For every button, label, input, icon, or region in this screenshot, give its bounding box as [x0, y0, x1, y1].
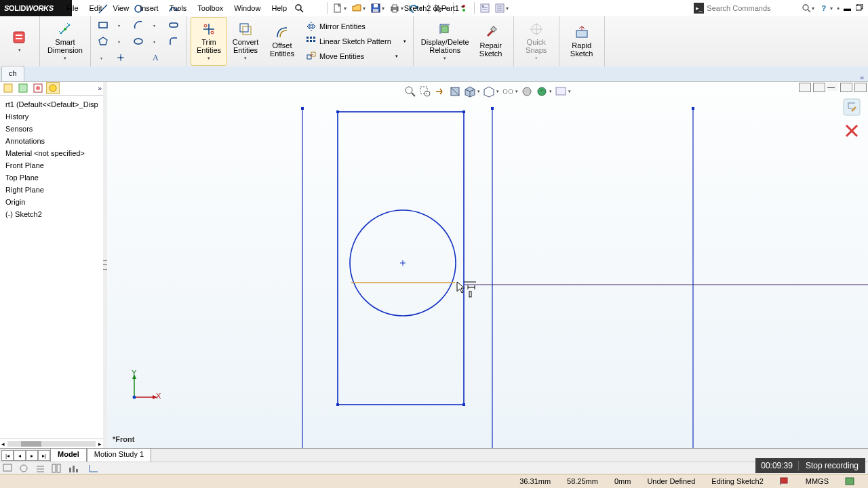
text-tool[interactable]: A	[148, 50, 164, 65]
dropdown-icon[interactable]: ▾	[830, 5, 833, 12]
dropdown-icon[interactable]: ▾	[506, 5, 509, 12]
tool-icon[interactable]	[35, 464, 46, 473]
tool-icon[interactable]	[52, 464, 62, 473]
tree-origin[interactable]: Origin	[1, 196, 102, 208]
svg-rect-63	[19, 84, 27, 92]
repair-sketch-button[interactable]: Repair Sketch	[473, 17, 509, 66]
point-tool[interactable]	[113, 50, 129, 65]
svg-marker-31	[99, 37, 107, 45]
search-icon[interactable]	[802, 3, 810, 13]
offset-entities-button[interactable]: Offset Entities	[264, 17, 300, 66]
tab-first-icon[interactable]: |◂	[1, 450, 14, 461]
dropdown-icon[interactable]: ▾	[64, 56, 66, 61]
tree-root[interactable]: rt1 (Default<<Default>_Disp	[1, 98, 102, 110]
tool-icon[interactable]	[19, 464, 30, 473]
mirror-entities-button[interactable]: Mirror Entities	[303, 19, 409, 34]
tool-icon[interactable]	[3, 464, 14, 473]
svg-text:A: A	[153, 53, 159, 62]
quick-snaps-button[interactable]: Quick Snaps ▾	[518, 17, 555, 66]
svg-rect-48	[307, 40, 309, 42]
rec-stop-button[interactable]: Stop recording	[799, 461, 865, 470]
polygon-tool[interactable]	[95, 34, 111, 49]
dropdown-icon[interactable]: ▾	[363, 5, 366, 12]
minimize-button[interactable]: ▬	[844, 4, 852, 12]
trim-entities-button[interactable]: Trim Entities ▾	[191, 17, 227, 66]
tab-sketch[interactable]: ch	[1, 66, 24, 81]
arc-tool[interactable]	[130, 18, 146, 33]
dropdown-icon[interactable]: ▾	[208, 56, 210, 61]
new-doc-icon[interactable]	[333, 3, 342, 13]
tab-model[interactable]: Model	[50, 449, 87, 462]
tree-right-plane[interactable]: Right Plane	[1, 184, 102, 196]
tree-front-plane[interactable]: Front Plane	[1, 159, 102, 171]
menu-toolbox[interactable]: Toolbox	[193, 3, 228, 14]
tree-annotations[interactable]: Annotations	[1, 135, 102, 147]
menu-insert[interactable]: Insert	[135, 3, 163, 14]
dropdown-icon[interactable]: ▾	[344, 5, 347, 12]
slot-tool[interactable]	[165, 18, 182, 33]
svg-marker-43	[307, 24, 310, 29]
svg-point-106	[133, 396, 136, 399]
tree-material[interactable]: Material <not specified>	[1, 147, 102, 159]
tree-sensors[interactable]: Sensors	[1, 123, 102, 135]
tab-next-icon[interactable]: ▸	[26, 450, 38, 461]
tree-history[interactable]: History	[1, 110, 102, 123]
svg-rect-6	[373, 9, 378, 12]
help-icon[interactable]: ?	[821, 4, 826, 12]
menu-tools[interactable]: Tools	[165, 3, 192, 14]
convert-entities-button[interactable]: Convert Entities ▾	[227, 17, 264, 66]
tree-sketch2[interactable]: (-) Sketch2	[1, 208, 102, 220]
display-relations-button[interactable]: Display/Delete Relations ▾	[418, 17, 473, 66]
command-search[interactable]: ▸_ ▾	[692, 2, 817, 14]
search-input[interactable]	[704, 3, 802, 13]
tool-icon[interactable]	[88, 464, 99, 473]
dropdown-icon[interactable]: ▾	[18, 47, 21, 53]
rectangle-tool[interactable]	[95, 18, 111, 33]
menu-view[interactable]: View	[108, 3, 134, 14]
save-icon[interactable]	[371, 3, 380, 13]
dropdown-icon[interactable]: ▾	[244, 56, 247, 61]
dropdown-icon[interactable]: ▾	[443, 56, 446, 61]
fillet-tool[interactable]	[165, 34, 182, 49]
status-flag-icon[interactable]	[780, 477, 789, 485]
status-options-icon[interactable]	[845, 477, 854, 485]
smart-dimension-button[interactable]: Smart Dimension ▾	[44, 17, 86, 66]
svg-rect-14	[482, 5, 484, 7]
print-icon[interactable]	[390, 3, 399, 13]
open-icon[interactable]	[352, 3, 361, 13]
configmanager-tab-icon[interactable]	[31, 82, 45, 94]
menu-window[interactable]: Window	[229, 3, 265, 14]
expand-panel-icon[interactable]: »	[98, 84, 102, 92]
menu-edit[interactable]: Edit	[85, 3, 107, 14]
status-units[interactable]: MMGS	[806, 477, 829, 485]
menu-file[interactable]: File	[62, 3, 83, 14]
dimxpert-tab-icon[interactable]	[46, 82, 60, 94]
restore-button[interactable]	[856, 4, 864, 12]
tab-prev-icon[interactable]: ◂	[14, 450, 26, 461]
graphics-viewport[interactable]: ▾ ▾ ▾ ▾ ▾ —	[107, 81, 868, 449]
move-entities-button[interactable]: Move Entities▾	[303, 49, 409, 64]
settings-icon[interactable]	[495, 3, 505, 13]
dropdown-icon[interactable]: ▾	[382, 5, 384, 12]
options-icon[interactable]	[480, 3, 490, 13]
dropdown-icon[interactable]: ▾	[810, 5, 816, 12]
linear-pattern-button[interactable]: Linear Sketch Pattern▾	[303, 34, 409, 49]
tree-top-plane[interactable]: Top Plane	[1, 171, 102, 184]
dropdown-icon[interactable]: ▾	[401, 5, 403, 12]
menu-help[interactable]: Help	[267, 3, 292, 14]
expand-tabs-icon[interactable]: »	[860, 73, 864, 81]
propertymanager-tab-icon[interactable]	[16, 82, 30, 94]
featuremanager-tab-icon[interactable]	[1, 82, 15, 94]
exit-sketch-button[interactable]: ▾	[4, 17, 35, 66]
tab-last-icon[interactable]: ▸|	[38, 450, 50, 461]
tool-icon[interactable]	[68, 464, 79, 473]
feature-tree[interactable]: rt1 (Default<<Default>_Disp History Sens…	[0, 96, 103, 223]
rapid-sketch-button[interactable]: Rapid Sketch	[564, 17, 600, 66]
tab-motion-study[interactable]: Motion Study 1	[87, 449, 151, 462]
scroll-right-icon[interactable]: ▸	[97, 441, 103, 447]
scroll-left-icon[interactable]: ◂	[0, 441, 6, 447]
screen-recorder[interactable]: 00:09:39 Stop recording	[755, 458, 865, 473]
ellipse-tool[interactable]	[130, 34, 146, 49]
rapid-label: Rapid Sketch	[570, 41, 593, 58]
search-small-icon[interactable]	[293, 3, 305, 13]
